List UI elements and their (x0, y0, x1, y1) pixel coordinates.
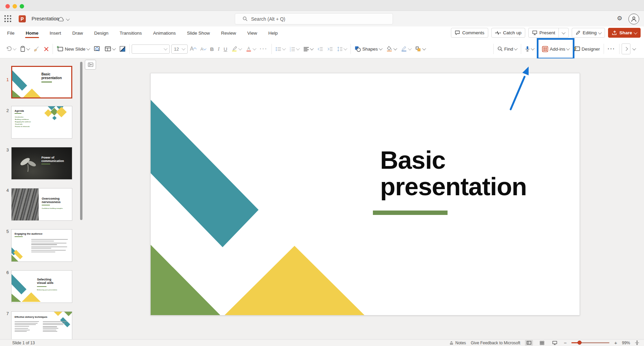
bullets-chevron-icon[interactable] (282, 47, 286, 50)
layout-button[interactable] (103, 43, 117, 55)
slide-thumbnail-5[interactable]: Engaging the audience (11, 229, 72, 262)
menu-view[interactable]: View (247, 29, 258, 38)
reuse-slides-button[interactable] (92, 43, 102, 55)
underline-button[interactable]: U (222, 43, 229, 55)
font-color-button[interactable]: A (244, 43, 258, 55)
slide-thumbnail-2[interactable]: Agenda Introduction Building confidence … (11, 106, 72, 139)
slide-thumbnail-7[interactable]: Effective delivery techniques (11, 311, 72, 340)
menu-draw[interactable]: Draw (72, 29, 84, 38)
zoom-out-button[interactable]: − (564, 340, 567, 346)
slide-thumbnail-1[interactable]: Basic presentation (11, 66, 72, 98)
new-slide-chevron-icon[interactable] (86, 47, 90, 50)
slide-thumbnail-3[interactable]: Power of communication (11, 147, 72, 180)
thumbnail-scrollbar[interactable] (80, 62, 82, 220)
numbering-chevron-icon[interactable] (296, 47, 300, 50)
search-input[interactable]: Search (Alt + Q) (235, 13, 393, 24)
menu-design[interactable]: Design (94, 29, 109, 38)
shrink-font-button[interactable]: A (198, 43, 208, 55)
zoom-in-button[interactable]: + (614, 340, 617, 346)
menu-home[interactable]: Home (25, 29, 39, 38)
slide-thumbnail-6[interactable]: Selecting visual aids Enhancing your pre… (11, 270, 72, 303)
addins-chevron-icon[interactable] (566, 47, 570, 50)
arrange-button[interactable] (414, 43, 427, 55)
find-chevron-icon[interactable] (514, 47, 518, 50)
font-color-chevron-icon[interactable] (252, 47, 256, 50)
fill-chevron-icon[interactable] (393, 47, 397, 50)
collapse-ribbon-button[interactable] (631, 43, 637, 55)
share-button[interactable]: Share (608, 28, 641, 38)
zoom-level[interactable]: 99% (622, 341, 630, 345)
zoom-slider[interactable] (571, 342, 609, 343)
app-launcher-icon[interactable] (4, 15, 12, 22)
notes-toggle[interactable]: Notes (449, 341, 466, 345)
shapes-button[interactable]: Shapes (353, 43, 384, 55)
normal-view-button[interactable] (525, 340, 533, 346)
slide-thumbnail-4[interactable]: Overcoming nervousness Confidence buildi… (11, 188, 72, 221)
slide-sorter-view-button[interactable] (538, 340, 546, 346)
align-button[interactable] (302, 43, 315, 55)
slideshow-view-button[interactable] (551, 340, 559, 346)
menu-transitions[interactable]: Transitions (119, 29, 143, 38)
zoom-slider-thumb[interactable] (577, 341, 582, 345)
italic-button[interactable]: I (216, 43, 221, 55)
paste-chevron-icon[interactable] (26, 47, 30, 50)
zoom-window-button[interactable] (20, 4, 24, 8)
ribbon-more-options-button[interactable]: ··· (606, 43, 617, 55)
addins-button[interactable]: Add-ins (540, 43, 571, 55)
align-chevron-icon[interactable] (310, 47, 314, 50)
outline-chevron-icon[interactable] (408, 47, 412, 50)
text-highlight-button[interactable] (230, 43, 243, 55)
shapes-chevron-icon[interactable] (379, 47, 382, 50)
document-title[interactable]: Presentation (32, 16, 59, 21)
menu-help[interactable]: Help (268, 29, 279, 38)
editing-mode-button[interactable]: Editing (572, 28, 605, 38)
menu-review[interactable]: Review (220, 29, 236, 38)
slide-title-text[interactable]: Basic presentation (380, 147, 552, 200)
layout-chevron-icon[interactable] (112, 47, 116, 50)
comments-button[interactable]: Comments (451, 28, 488, 38)
ribbon-next-button[interactable] (622, 43, 630, 54)
slide-canvas[interactable]: Basic presentation (150, 73, 580, 315)
arrange-chevron-icon[interactable] (422, 47, 426, 50)
account-avatar[interactable] (628, 14, 639, 24)
menu-insert[interactable]: Insert (49, 29, 62, 38)
numbering-button[interactable]: 1 2 3 (288, 43, 301, 55)
powerpoint-logo-icon[interactable]: P (19, 15, 26, 22)
line-spacing-button[interactable] (335, 43, 348, 55)
line-spacing-chevron-icon[interactable] (343, 47, 347, 50)
catch-up-button[interactable]: Catch up (491, 28, 525, 38)
paste-button[interactable] (18, 43, 31, 55)
theme-button[interactable] (118, 43, 127, 55)
present-dropdown-chevron-icon[interactable] (562, 30, 566, 34)
close-window-button[interactable] (5, 4, 10, 8)
settings-gear-icon[interactable]: ⚙ (617, 15, 622, 22)
decrease-indent-button[interactable] (316, 43, 325, 55)
collapse-slide-panel-button[interactable] (85, 60, 96, 70)
bullets-button[interactable] (274, 43, 287, 55)
dictate-button[interactable] (523, 43, 536, 55)
format-painter-button[interactable] (32, 43, 41, 55)
menu-animations[interactable]: Animations (152, 29, 176, 38)
highlight-chevron-icon[interactable] (238, 47, 242, 50)
shape-fill-button[interactable] (384, 43, 398, 55)
slide-title-underline[interactable] (373, 211, 448, 215)
font-name-combobox[interactable] (132, 44, 170, 54)
font-size-combobox[interactable]: 12 (171, 44, 188, 54)
designer-button[interactable]: Designer (572, 43, 602, 55)
shape-outline-button[interactable] (399, 43, 413, 55)
present-button[interactable]: Present (528, 28, 569, 38)
undo-chevron-icon[interactable] (13, 47, 16, 50)
feedback-link[interactable]: Give Feedback to Microsoft (471, 341, 520, 345)
bold-button[interactable]: B (208, 43, 215, 55)
font-more-options-button[interactable]: ··· (258, 43, 269, 55)
minimize-window-button[interactable] (13, 4, 17, 8)
undo-button[interactable] (4, 43, 18, 55)
new-slide-button[interactable]: New Slide (55, 43, 91, 55)
title-chevron-down-icon[interactable] (66, 17, 70, 21)
fit-to-window-icon[interactable] (635, 341, 639, 345)
find-button[interactable]: Find (496, 43, 519, 55)
grow-font-button[interactable]: A (188, 43, 198, 55)
dictate-chevron-icon[interactable] (531, 47, 535, 50)
menu-slide-show[interactable]: Slide Show (186, 29, 211, 38)
delete-button[interactable] (42, 43, 51, 55)
